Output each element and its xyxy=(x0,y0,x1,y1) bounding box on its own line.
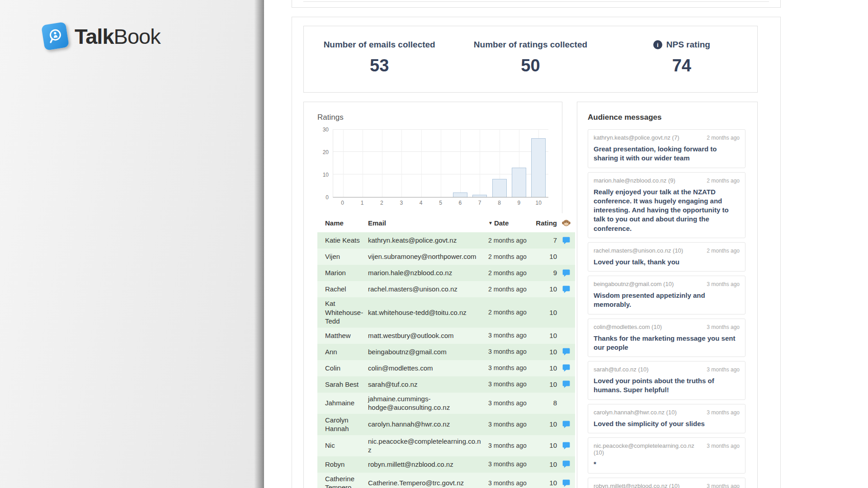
message-header: sarah@tuf.co.nz (10)3 months ago xyxy=(594,366,740,373)
cell-date: 3 months ago xyxy=(488,364,534,372)
cell-date: 2 months ago xyxy=(488,253,534,261)
ratings-table-header: Name Email ▼ Date Rating xyxy=(317,213,575,232)
logo-word-talk: Talk xyxy=(75,24,114,48)
column-header-rating[interactable]: Rating xyxy=(534,219,557,227)
cell-email: beingaboutnz@gmail.com xyxy=(368,347,488,357)
cell-email: rachel.masters@unison.co.nz xyxy=(368,285,488,294)
cell-name: Katie Keats xyxy=(325,236,368,245)
comment-bubble-icon[interactable] xyxy=(562,269,571,277)
table-row: Matthewmatt.westbury@outlook.com3 months… xyxy=(317,328,575,344)
chart-bar xyxy=(453,192,467,197)
message-card: beingaboutnz@gmail.com (10)3 months agoW… xyxy=(588,276,745,314)
talkbook-logo[interactable]: TalkBook xyxy=(43,23,160,49)
cell-email: jahmaine.cummings-hodge@auconsulting.co.… xyxy=(368,394,488,412)
cell-name: Robyn xyxy=(325,460,368,469)
info-icon[interactable]: i xyxy=(653,40,662,49)
chart-vertical-gridline xyxy=(343,129,344,197)
stat-value: 53 xyxy=(304,56,455,75)
table-row: Rachelrachel.masters@unison.co.nz2 month… xyxy=(317,281,575,297)
chart-slot xyxy=(353,129,372,197)
cell-rating: 10 xyxy=(534,308,557,317)
cell-email: colin@modlettes.com xyxy=(368,364,488,373)
column-header-date-label: Date xyxy=(494,219,509,227)
column-header-name[interactable]: Name xyxy=(325,219,368,227)
comment-bubble-icon[interactable] xyxy=(562,441,571,450)
message-header: nic.peacocke@completelearning.co.nz (10)… xyxy=(594,442,740,456)
cell-comment xyxy=(557,420,575,429)
cell-name: Vijen xyxy=(325,252,368,261)
stat-value: 50 xyxy=(455,56,606,75)
comment-bubble-icon[interactable] xyxy=(562,285,571,294)
cell-rating: 7 xyxy=(534,236,557,245)
cell-comment xyxy=(557,364,575,372)
cell-comment xyxy=(557,236,575,245)
chart-slot xyxy=(509,129,528,197)
message-card: rachel.masters@unison.co.nz (10)2 months… xyxy=(588,242,745,272)
logo-word-book: Book xyxy=(114,24,160,48)
message-timestamp: 3 months ago xyxy=(707,409,740,416)
cell-date: 3 months ago xyxy=(488,347,534,356)
comment-bubble-icon[interactable] xyxy=(562,460,571,469)
previous-section-inner-edge xyxy=(303,1,769,2)
chart-slot xyxy=(490,129,509,197)
stat-nps-rating: i NPS rating 74 xyxy=(606,40,757,92)
cell-email: vijen.subramoney@northpower.com xyxy=(368,252,488,261)
table-row: Nicnic.peacocke@completelearning.co.nz3 … xyxy=(317,435,575,456)
cell-email: marion.hale@nzblood.co.nz xyxy=(368,268,488,277)
cell-email: kathryn.keats@police.govt.nz xyxy=(368,236,488,245)
message-text: * xyxy=(594,460,740,469)
cell-name: Catherine Tempero xyxy=(325,474,368,488)
message-timestamp: 3 months ago xyxy=(707,324,740,330)
cell-name: Sarah Best xyxy=(325,380,368,389)
message-text: Loved the simplicity of your slides xyxy=(594,419,740,428)
comment-bubble-icon[interactable] xyxy=(562,364,571,372)
chart-x-tick-label: 6 xyxy=(450,200,470,206)
sort-descending-icon: ▼ xyxy=(488,221,493,225)
cell-name: Carolyn Hannah xyxy=(325,416,368,433)
cell-email: matt.westbury@outlook.com xyxy=(368,331,488,340)
column-header-date[interactable]: ▼ Date xyxy=(488,219,534,227)
comment-bubble-icon[interactable] xyxy=(562,236,571,245)
chart-slot xyxy=(333,129,353,197)
table-row: Marionmarion.hale@nzblood.co.nz2 months … xyxy=(317,265,575,281)
chart-slot xyxy=(431,129,450,197)
chart-x-tick-label: 7 xyxy=(470,200,490,206)
table-row: Katie Keatskathryn.keats@police.govt.nz2… xyxy=(317,232,575,249)
comment-bubble-icon[interactable] xyxy=(562,380,571,389)
message-sender: colin@modlettes.com (10) xyxy=(594,324,662,330)
message-timestamp: 3 months ago xyxy=(707,483,740,488)
chart-slot xyxy=(529,129,548,197)
cell-rating: 10 xyxy=(534,331,557,340)
message-timestamp: 3 months ago xyxy=(707,443,740,449)
table-row: Robynrobyn.millett@nzblood.co.nz3 months… xyxy=(317,456,575,473)
chart-slot xyxy=(451,129,470,197)
cell-name: Rachel xyxy=(325,285,368,294)
audience-messages-panel: Audience messages kathryn.keats@police.g… xyxy=(577,102,758,488)
cell-date: 3 months ago xyxy=(488,479,534,487)
cell-name: Jahmaine xyxy=(325,399,368,408)
column-header-email[interactable]: Email xyxy=(368,219,488,227)
chart-vertical-gridline xyxy=(401,129,402,197)
column-header-integration xyxy=(557,218,575,228)
message-card: nic.peacocke@completelearning.co.nz (10)… xyxy=(588,437,745,474)
ratings-title: Ratings xyxy=(317,113,562,122)
cell-rating: 9 xyxy=(534,268,557,277)
message-header: beingaboutnz@gmail.com (10)3 months ago xyxy=(594,281,740,287)
left-background: TalkBook xyxy=(0,0,264,488)
previous-section-edge xyxy=(292,0,781,8)
message-timestamp: 2 months ago xyxy=(707,178,740,184)
cell-comment xyxy=(557,269,575,277)
comment-bubble-icon[interactable] xyxy=(562,479,571,488)
chart-x-tick-label: 4 xyxy=(411,200,430,206)
chart-x-tick-label: 1 xyxy=(352,200,372,206)
ratings-chart: 0102030 xyxy=(333,129,548,197)
comment-bubble-icon[interactable] xyxy=(562,347,571,356)
chart-slot xyxy=(470,129,490,197)
chart-x-tick-label: 9 xyxy=(509,200,528,206)
stat-label: i NPS rating xyxy=(606,40,757,50)
message-header: marion.hale@nzblood.co.nz (9)2 months ag… xyxy=(594,177,740,184)
mailchimp-icon[interactable] xyxy=(561,218,571,228)
comment-bubble-icon[interactable] xyxy=(562,420,571,429)
message-timestamp: 3 months ago xyxy=(707,366,740,373)
cell-email: Catherine.Tempero@trc.govt.nz xyxy=(368,479,488,488)
